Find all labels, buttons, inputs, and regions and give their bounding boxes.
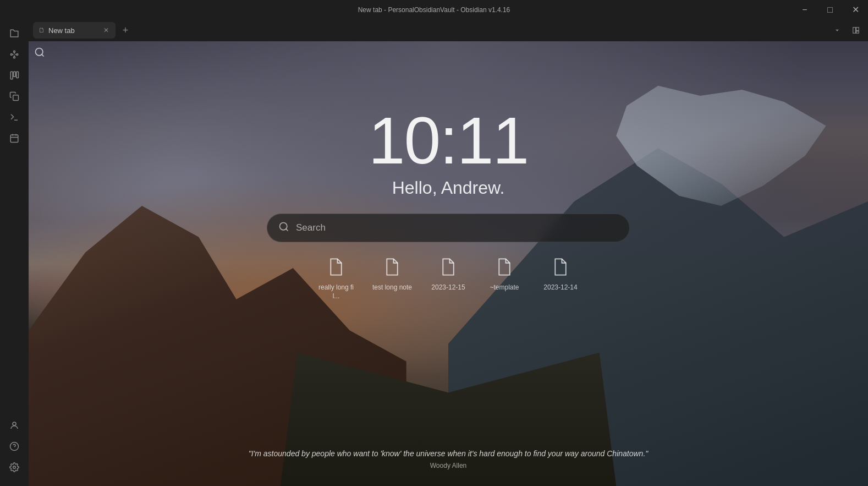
tab-dropdown-button[interactable] bbox=[829, 23, 845, 38]
sidebar-icon-graph[interactable] bbox=[4, 45, 24, 64]
recent-file-icon-3 bbox=[496, 258, 513, 280]
top-search-icon[interactable] bbox=[34, 47, 45, 61]
tab-file-icon: 🗋 bbox=[39, 26, 45, 34]
clock-greeting: Hello, Andrew. bbox=[369, 178, 528, 198]
search-container: Search bbox=[267, 214, 630, 242]
svg-rect-9 bbox=[14, 72, 16, 77]
sidebar bbox=[0, 19, 29, 486]
minimize-button[interactable]: − bbox=[792, 0, 817, 19]
recent-file-3[interactable]: ~template bbox=[480, 253, 529, 297]
clock-time: 10:11 bbox=[369, 107, 528, 173]
close-button[interactable]: ✕ bbox=[843, 0, 868, 19]
recent-file-name-4: 2023-12-14 bbox=[543, 283, 577, 292]
svg-line-27 bbox=[286, 228, 288, 231]
window-title: New tab - PersonalObsidianVault - Obsidi… bbox=[358, 6, 510, 14]
recent-file-icon-4 bbox=[552, 258, 569, 280]
svg-point-2 bbox=[17, 54, 18, 56]
svg-point-20 bbox=[13, 466, 16, 469]
sidebar-icon-copy[interactable] bbox=[4, 86, 24, 106]
main-content: 10:11 Hello, Andrew. Search bbox=[29, 41, 868, 486]
tab-label: New tab bbox=[48, 26, 75, 35]
svg-point-3 bbox=[14, 57, 15, 58]
recent-files: really long fil... test long note 2023-1… bbox=[311, 253, 585, 305]
sidebar-icon-account[interactable] bbox=[4, 416, 24, 435]
svg-point-26 bbox=[280, 222, 287, 230]
svg-rect-10 bbox=[17, 72, 19, 78]
content-area: 🗋 New tab ✕ + bbox=[29, 19, 868, 486]
search-icon bbox=[278, 221, 289, 235]
recent-file-icon-1 bbox=[384, 258, 400, 280]
recent-file-1[interactable]: test long note bbox=[367, 253, 417, 297]
quote-container: "I'm astounded by people who want to 'kn… bbox=[201, 448, 696, 469]
recent-file-name-3: ~template bbox=[490, 283, 519, 292]
sidebar-icon-settings[interactable] bbox=[4, 457, 24, 477]
content-overlay: 10:11 Hello, Andrew. Search bbox=[29, 41, 868, 486]
svg-rect-13 bbox=[10, 135, 18, 143]
tab-bar: 🗋 New tab ✕ + bbox=[29, 19, 868, 41]
sidebar-icon-calendar[interactable] bbox=[4, 128, 24, 148]
recent-file-name-1: test long note bbox=[372, 283, 412, 292]
quote-author: Woody Allen bbox=[201, 462, 696, 469]
tab-add-button[interactable]: + bbox=[118, 23, 133, 38]
window-controls: − □ ✕ bbox=[792, 0, 868, 19]
recent-file-2[interactable]: 2023-12-15 bbox=[424, 253, 473, 297]
svg-point-0 bbox=[10, 54, 12, 56]
svg-rect-11 bbox=[13, 95, 19, 101]
svg-point-17 bbox=[13, 422, 16, 425]
svg-point-1 bbox=[14, 51, 15, 52]
svg-point-24 bbox=[36, 48, 43, 56]
recent-file-name-0: really long fil... bbox=[316, 283, 356, 301]
tab-layout-button[interactable] bbox=[848, 23, 864, 38]
quote-text: "I'm astounded by people who want to 'kn… bbox=[201, 448, 696, 460]
recent-file-name-2: 2023-12-15 bbox=[431, 283, 465, 292]
tab-bar-right bbox=[829, 23, 864, 38]
tab-close-button[interactable]: ✕ bbox=[102, 25, 110, 35]
sidebar-icon-files[interactable] bbox=[4, 24, 24, 43]
sidebar-icon-help[interactable] bbox=[4, 436, 24, 456]
recent-file-icon-2 bbox=[440, 258, 457, 280]
recent-file-icon-0 bbox=[328, 258, 344, 280]
recent-file-4[interactable]: 2023-12-14 bbox=[536, 253, 585, 297]
sidebar-icon-terminal[interactable] bbox=[4, 107, 24, 127]
svg-rect-23 bbox=[856, 31, 859, 34]
svg-rect-21 bbox=[853, 28, 856, 34]
svg-rect-8 bbox=[10, 72, 13, 79]
clock-container: 10:11 Hello, Andrew. bbox=[369, 107, 528, 198]
recent-file-0[interactable]: really long fil... bbox=[311, 253, 361, 305]
tab-new-tab[interactable]: 🗋 New tab ✕ bbox=[33, 22, 116, 39]
sidebar-icon-kanban[interactable] bbox=[4, 65, 24, 85]
svg-rect-22 bbox=[856, 28, 859, 31]
svg-line-25 bbox=[42, 54, 44, 57]
title-bar: New tab - PersonalObsidianVault - Obsidi… bbox=[0, 0, 868, 19]
search-bar[interactable]: Search bbox=[267, 214, 630, 242]
search-placeholder: Search bbox=[296, 222, 618, 233]
app-layout: 🗋 New tab ✕ + bbox=[0, 19, 868, 486]
maximize-button[interactable]: □ bbox=[817, 0, 843, 19]
